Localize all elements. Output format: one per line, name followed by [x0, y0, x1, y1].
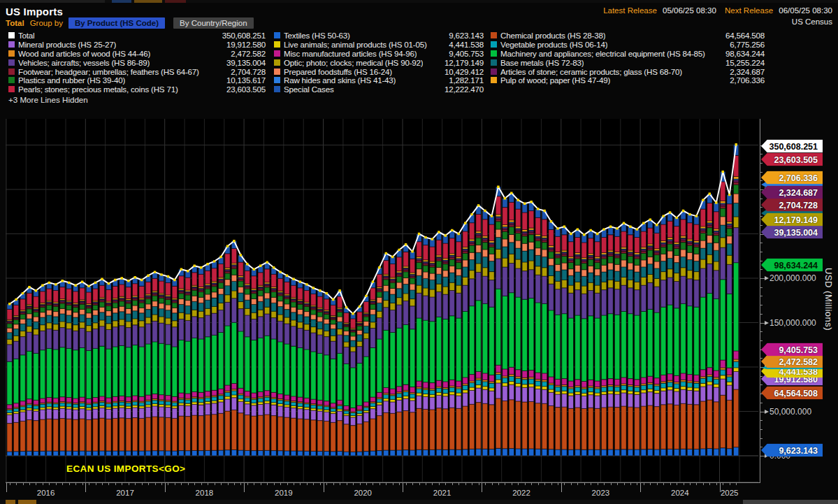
legend-item[interactable]: Optic; photo; clocks; medical (HS 90-92)…: [274, 58, 484, 67]
legend-swatch: [491, 69, 497, 75]
x-axis-year-label: 2024: [671, 489, 689, 497]
legend-label: Total: [18, 31, 35, 40]
legend-swatch: [274, 41, 280, 48]
legend-item[interactable]: Pearls; stones; precious metals, coins (…: [8, 85, 266, 94]
by-product-button[interactable]: By Product (HS Code): [68, 17, 165, 29]
legend-label: Textiles (HS 50-63): [284, 31, 350, 40]
legend-value: 12,179.149: [440, 58, 484, 67]
x-axis-minor-tick: [373, 483, 373, 485]
y-axis-tick: [760, 216, 763, 217]
x-axis-minor-tick: [347, 483, 347, 485]
x-axis-minor-tick: [29, 483, 30, 485]
legend-column: Textiles (HS 50-63)9,623.143Live animals…: [274, 31, 484, 94]
legend-item[interactable]: Machinery and appliances; electrical equ…: [491, 49, 765, 58]
legend-item[interactable]: Footwear; headgear; umbrellas; feathers …: [8, 67, 266, 76]
y-axis-tick: [760, 447, 763, 447]
legend-value: 15,255.224: [721, 58, 765, 67]
legend-value: 4,441.538: [445, 40, 484, 49]
legend-swatch: [491, 32, 497, 38]
x-axis-major-tick: [324, 483, 324, 492]
legend-swatch: [274, 69, 280, 75]
x-axis-minor-tick: [426, 483, 426, 485]
legend-item[interactable]: Misc manufactured articles (HS 94-96)9,4…: [274, 49, 484, 58]
by-country-button[interactable]: By Country/Region: [173, 17, 254, 29]
x-axis-minor-tick: [577, 483, 578, 485]
legend-item[interactable]: Articles of stone; ceramic products; gla…: [491, 67, 765, 76]
next-release-label: Next Release: [725, 6, 773, 15]
x-axis-minor-tick: [10, 483, 10, 485]
x-axis-minor-tick: [36, 483, 36, 485]
legend-item[interactable]: Wood and articles of wood (HS 44-46)2,47…: [8, 49, 266, 58]
x-axis-minor-tick: [538, 483, 539, 485]
legend-value: 9,623.143: [445, 31, 484, 40]
x-axis-minor-tick: [386, 483, 387, 485]
x-axis-minor-tick: [175, 483, 175, 485]
legend: Total350,608.251Mineral products (HS 25-…: [0, 31, 838, 97]
x-axis-minor-tick: [366, 483, 367, 485]
legend-label: Special Cases: [284, 85, 334, 94]
next-release-value: 06/05/25 08:30: [779, 6, 832, 15]
legend-item[interactable]: Pulp of wood; paper (HS 47-49)2,706.336: [491, 75, 765, 85]
x-axis-minor-tick: [624, 483, 625, 485]
legend-value: 2,472.582: [226, 49, 266, 58]
tag-machinery: 98,634.244: [761, 259, 823, 272]
legend-value: 9,405.753: [445, 49, 484, 58]
legend-value: 2,704.728: [226, 67, 266, 76]
legend-item[interactable]: Chemical products (HS 28-38)64,564.508: [491, 31, 765, 40]
legend-item[interactable]: Live animals; animal products (HS 01-05)…: [274, 40, 484, 49]
y-axis-tick: [760, 340, 763, 341]
legend-swatch: [8, 41, 15, 48]
legend-more-hidden[interactable]: +3 More Lines Hidden: [8, 95, 88, 104]
y-axis-tick: [760, 207, 763, 208]
legend-label: Machinery and appliances; electrical equ…: [500, 49, 705, 58]
legend-label: Base metals (HS 72-83): [500, 58, 584, 67]
x-axis-minor-tick: [261, 483, 261, 485]
legend-label: Footwear; headgear; umbrellas; feathers …: [18, 67, 199, 76]
x-axis-minor-tick: [551, 483, 552, 485]
legend-item[interactable]: Base metals (HS 72-83)15,255.224: [491, 58, 765, 67]
x-axis-minor-tick: [657, 483, 658, 485]
x-axis-minor-tick: [56, 483, 57, 485]
y-axis-tick: [760, 252, 763, 252]
legend-item[interactable]: Total350,608.251: [8, 31, 266, 40]
x-axis: 2016201720182019202020212022202320242025: [0, 482, 838, 501]
y-axis-tick: [760, 376, 763, 377]
legend-swatch: [274, 32, 280, 38]
legend-item[interactable]: Raw hides and skins (HS 41-43)1,282.171: [274, 75, 484, 85]
tag-mineral: 19,912.580: [761, 373, 823, 386]
y-axis-title: USD (Millions): [823, 268, 834, 401]
legend-item[interactable]: Vegetable products (HS 06-14)6,775.256: [491, 40, 765, 49]
chart-annotation: ECAN US IMPORTS<GO>: [66, 463, 185, 474]
group-by-label: Group by: [30, 19, 63, 27]
y-axis-tick: [760, 314, 763, 315]
x-axis-minor-tick: [690, 483, 691, 485]
group-by-toolbar: Total Group by By Product (HS Code) By C…: [6, 17, 254, 29]
x-axis-minor-tick: [485, 483, 486, 485]
y-axis-tick: [760, 384, 763, 385]
legend-item[interactable]: Special Cases12,222.470: [274, 85, 484, 94]
legend-item[interactable]: Plastics and rubber (HS 39-40)10,135.617: [8, 75, 266, 85]
x-axis-major-tick: [482, 483, 482, 492]
legend-item[interactable]: Prepared foodstuffs (HS 16-24)10,429.412: [274, 67, 484, 76]
y-axis-tick: [760, 438, 763, 439]
x-axis-minor-tick: [644, 483, 644, 485]
y-axis-tick-label: 0.000: [770, 451, 790, 461]
legend-item[interactable]: Textiles (HS 50-63)9,623.143: [274, 31, 484, 40]
x-axis-minor-tick: [353, 483, 354, 485]
y-axis-tick: [760, 350, 763, 350]
x-axis-minor-tick: [360, 483, 361, 485]
bottom-edge-button[interactable]: [743, 500, 838, 504]
legend-item[interactable]: Vehicles; aircrafts; vessels (HS 86-89)3…: [8, 58, 266, 67]
y-axis-tick: [760, 403, 763, 403]
x-axis-minor-tick: [254, 483, 254, 485]
legend-swatch: [8, 86, 15, 92]
y-axis-tick: [760, 367, 765, 368]
x-axis-minor-tick: [458, 483, 459, 485]
legend-label: Vehicles; aircrafts; vessels (HS 86-89): [18, 58, 150, 67]
tag-stone: 2,324.687: [761, 186, 823, 199]
legend-item[interactable]: Mineral products (HS 25-27)19,912.580: [8, 40, 266, 49]
legend-label: Chemical products (HS 28-38): [500, 31, 605, 40]
legend-value: 350,608.251: [218, 31, 266, 40]
y-axis-tick: [760, 189, 765, 190]
x-axis-minor-tick: [75, 483, 76, 485]
